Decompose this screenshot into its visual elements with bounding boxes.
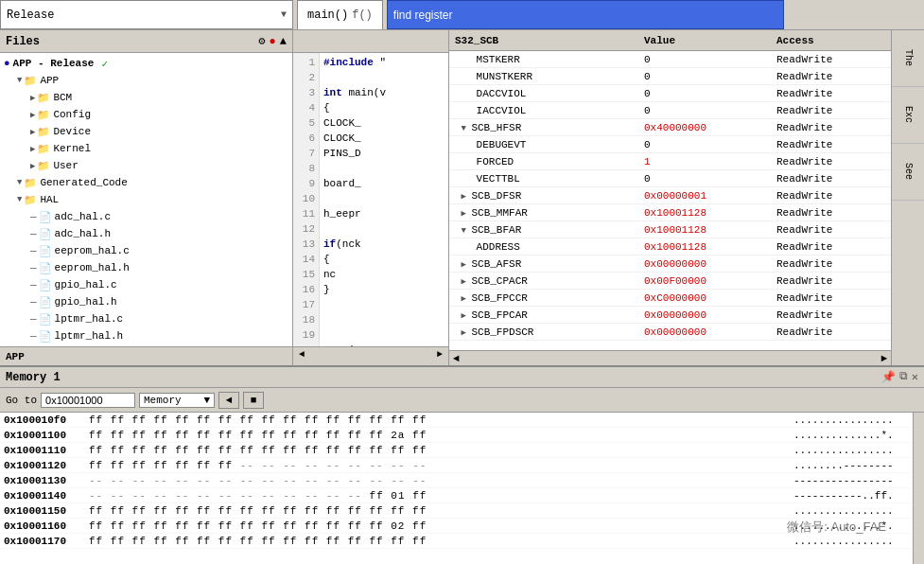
far-right-item-see[interactable]: See bbox=[892, 144, 924, 201]
code-area: 1234567891011121314151617181920 #include… bbox=[293, 53, 448, 346]
reg-value-2: 0 bbox=[638, 88, 771, 99]
main-func-tab[interactable]: main() f() bbox=[297, 0, 383, 29]
tree-item-user[interactable]: ▶📁User bbox=[0, 157, 292, 174]
reg-name-3: IACCVIOL bbox=[449, 105, 638, 116]
tree-item-eeprom-hal-c[interactable]: —📄eeprom_hal.c bbox=[0, 242, 292, 259]
reg-scroll-left-icon[interactable]: ◄ bbox=[453, 353, 460, 364]
reg-value-3: 0 bbox=[638, 105, 771, 116]
reg-value-15: 0x00000000 bbox=[638, 309, 771, 321]
find-register-input[interactable] bbox=[387, 0, 784, 29]
file-tree[interactable]: ●APP - Release✓▼📁APP▶📁BCM▶📁Config▶📁Devic… bbox=[0, 53, 292, 346]
close-dot-icon[interactable]: ● bbox=[270, 35, 276, 48]
memory-pin-icon[interactable]: 📌 bbox=[881, 370, 896, 384]
code-line-9: board_ bbox=[323, 176, 445, 191]
mem-bytes-0: ff ff ff ff ff ff ff ff ff ff ff ff ff f… bbox=[89, 414, 786, 426]
memory-float-icon[interactable]: ⧉ bbox=[899, 370, 908, 384]
tree-item-config[interactable]: ▶📁Config bbox=[0, 106, 292, 123]
mem-ascii-2: ................ bbox=[786, 445, 909, 456]
code-text: h_eepr bbox=[323, 208, 361, 220]
file-icon: 📄 bbox=[39, 228, 52, 240]
code-content[interactable]: #include " int main(v{ CLOCK_ CLOCK_ PIN… bbox=[320, 53, 448, 346]
register-table[interactable]: S32_SCB Value Access MSTKERR 0 ReadWrite… bbox=[449, 30, 891, 350]
reg-access-3: ReadWrite bbox=[771, 105, 891, 116]
gear-icon[interactable]: ⚙ bbox=[258, 34, 265, 48]
memory-type-dropdown[interactable]: Memory ▼ bbox=[139, 393, 215, 408]
tree-item-hal[interactable]: ▼📁HAL bbox=[0, 191, 292, 208]
line-number-1: 1 bbox=[293, 55, 319, 70]
register-row-16[interactable]: ▶ SCB_FPDSCR 0x00000000 ReadWrite bbox=[449, 324, 891, 341]
goto-input[interactable] bbox=[41, 393, 135, 408]
code-line-5: CLOCK_ bbox=[323, 115, 445, 131]
scroll-up-icon[interactable]: ▲ bbox=[280, 35, 287, 48]
tree-item-gpio-hal-h[interactable]: —📄gpio_hal.h bbox=[0, 293, 292, 310]
register-row-14[interactable]: ▶ SCB_FPCCR 0xC0000000 ReadWrite bbox=[449, 290, 891, 307]
register-row-1[interactable]: MUNSTKERR 0 ReadWrite bbox=[449, 68, 891, 85]
file-dash-icon: — bbox=[30, 245, 37, 256]
app-release-icon: ● bbox=[4, 58, 10, 69]
memory-next-btn[interactable]: ■ bbox=[243, 392, 264, 409]
tree-item-eeprom-hal-h[interactable]: —📄eeprom_hal.h bbox=[0, 259, 292, 276]
scroll-right-icon[interactable]: ► bbox=[433, 349, 446, 363]
memory-content[interactable]: 0x100010f0 ff ff ff ff ff ff ff ff ff ff… bbox=[0, 413, 913, 564]
tree-item-kernel[interactable]: ▶📁Kernel bbox=[0, 140, 292, 157]
tree-item-adc-hal-h[interactable]: —📄adc_hal.h bbox=[0, 225, 292, 242]
tree-item-generated[interactable]: ▼📁Generated_Code bbox=[0, 174, 292, 191]
reg-access-9: ReadWrite bbox=[771, 207, 891, 219]
tree-label: Config bbox=[53, 109, 91, 120]
memory-controls: 📌 ⧉ ✕ bbox=[881, 370, 918, 384]
register-row-0[interactable]: MSTKERR 0 ReadWrite bbox=[449, 51, 891, 68]
register-row-9[interactable]: ▶ SCB_MMFAR 0x10001128 ReadWrite bbox=[449, 204, 891, 221]
release-dropdown[interactable]: Release ▼ bbox=[0, 0, 293, 29]
memory-close-icon[interactable]: ✕ bbox=[912, 370, 918, 384]
register-row-11[interactable]: ADDRESS 0x10001128 ReadWrite bbox=[449, 238, 891, 256]
tree-item-lptmr-hal-h[interactable]: —📄lptmr_hal.h bbox=[0, 327, 292, 344]
reg-name-6: FORCED bbox=[449, 156, 638, 167]
register-row-5[interactable]: DEBUGEVT 0 ReadWrite bbox=[449, 136, 891, 153]
reg-name-1: MUNSTKERR bbox=[449, 71, 638, 82]
code-text bbox=[323, 299, 330, 310]
reg-value-11: 0x10001128 bbox=[638, 241, 771, 253]
file-icon: 📄 bbox=[39, 296, 52, 308]
memory-prev-btn[interactable]: ◄ bbox=[218, 392, 239, 409]
tree-item-lptmr-hal-c[interactable]: —📄lptmr_hal.c bbox=[0, 310, 292, 327]
tree-item-app-release[interactable]: ●APP - Release✓ bbox=[0, 55, 292, 72]
line-number-6: 6 bbox=[293, 131, 319, 146]
code-text: nc bbox=[323, 269, 336, 280]
register-row-15[interactable]: ▶ SCB_FPCAR 0x00000000 ReadWrite bbox=[449, 307, 891, 324]
tree-item-device[interactable]: ▶📁Device bbox=[0, 123, 292, 140]
code-text: #include " bbox=[323, 57, 386, 68]
code-text bbox=[323, 72, 330, 83]
file-icon: 📄 bbox=[39, 313, 52, 326]
memory-dropdown-chevron: ▼ bbox=[203, 395, 210, 406]
reg-value-12: 0x00000000 bbox=[638, 258, 771, 270]
register-row-12[interactable]: ▶ SCB_AFSR 0x00000000 ReadWrite bbox=[449, 256, 891, 273]
reg-scroll-area: ◄ ► bbox=[449, 350, 891, 365]
register-row-8[interactable]: ▶ SCB_DFSR 0x00000001 ReadWrite bbox=[449, 187, 891, 204]
tree-item-adc-hal-c[interactable]: —📄adc_hal.c bbox=[0, 208, 292, 225]
reg-access-0: ReadWrite bbox=[771, 54, 891, 65]
file-dash-icon: — bbox=[30, 211, 37, 222]
code-scroll-nav: ◄ ► bbox=[293, 346, 448, 365]
register-row-7[interactable]: VECTTBL 0 ReadWrite bbox=[449, 170, 891, 187]
register-row-2[interactable]: DACCVIOL 0 ReadWrite bbox=[449, 85, 891, 102]
tree-item-bcm[interactable]: ▶📁BCM bbox=[0, 89, 292, 106]
reg-label-0: MSTKERR bbox=[477, 54, 520, 65]
memory-scrollbar[interactable] bbox=[913, 413, 924, 564]
register-row-10[interactable]: ▼ SCB_BFAR 0x10001128 ReadWrite bbox=[449, 221, 891, 238]
tree-label: eeprom_hal.c bbox=[55, 245, 130, 256]
register-row-6[interactable]: FORCED 1 ReadWrite bbox=[449, 153, 891, 170]
tree-item-app[interactable]: ▼📁APP bbox=[0, 72, 292, 89]
line-number-16: 16 bbox=[293, 282, 319, 297]
far-right-item-exc[interactable]: Exc bbox=[892, 87, 924, 144]
tree-label: Generated_Code bbox=[40, 177, 127, 188]
scroll-left-icon[interactable]: ◄ bbox=[295, 349, 308, 363]
memory-row-3: 0x10001120 ff ff ff ff ff ff ff -- -- --… bbox=[0, 458, 913, 473]
register-row-13[interactable]: ▶ SCB_CPACR 0x00F00000 ReadWrite bbox=[449, 273, 891, 290]
register-row-4[interactable]: ▼ SCB_HFSR 0x40000000 ReadWrite bbox=[449, 119, 891, 136]
code-line-10 bbox=[323, 191, 445, 206]
reg-scroll-right-icon[interactable]: ► bbox=[880, 353, 887, 364]
register-row-3[interactable]: IACCVIOL 0 ReadWrite bbox=[449, 102, 891, 119]
far-right-item-the[interactable]: The bbox=[892, 30, 924, 87]
code-line-13: if(nck bbox=[323, 237, 445, 252]
tree-item-gpio-hal-c[interactable]: —📄gpio_hal.c bbox=[0, 276, 292, 293]
